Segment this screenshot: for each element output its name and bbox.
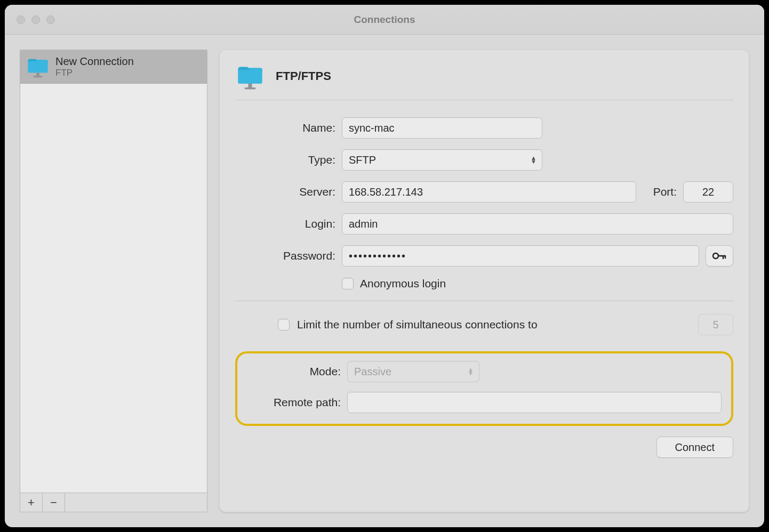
section-divider: [235, 301, 733, 301]
svg-rect-4: [249, 84, 252, 87]
svg-rect-2: [33, 76, 42, 77]
network-folder-icon: [235, 61, 265, 91]
login-label: Login:: [235, 217, 335, 230]
anonymous-login-label: Anonymous login: [360, 277, 446, 290]
select-arrows-icon: ▲▼: [468, 368, 474, 375]
minimize-window-icon[interactable]: [31, 15, 40, 24]
password-input[interactable]: [342, 245, 699, 267]
connection-list-item[interactable]: New Connection FTP: [20, 50, 207, 84]
svg-rect-1: [36, 73, 39, 76]
connection-form: Name: Type: SFTP ▲▼ Server:: [235, 100, 733, 458]
sidebar-toolbar: + −: [20, 493, 207, 512]
limit-connections-value: 5: [698, 314, 733, 335]
close-window-icon[interactable]: [17, 15, 25, 24]
highlighted-section: Mode: Passive ▲▼ Remote path:: [235, 351, 733, 426]
server-label: Server:: [235, 186, 335, 198]
connection-item-subtitle: FTP: [55, 68, 134, 78]
anonymous-login-checkbox[interactable]: [342, 278, 354, 289]
login-input[interactable]: [342, 213, 733, 235]
window-title: Connections: [354, 14, 415, 26]
mode-select-value: Passive: [354, 366, 391, 378]
remote-path-input[interactable]: [347, 392, 722, 413]
svg-rect-0: [28, 60, 47, 72]
name-label: Name:: [235, 122, 335, 134]
network-folder-icon: [26, 54, 50, 79]
svg-rect-3: [238, 68, 262, 84]
svg-point-6: [713, 253, 718, 259]
minus-icon: −: [50, 496, 57, 510]
key-options-button[interactable]: [706, 245, 733, 267]
mode-select: Passive ▲▼: [347, 361, 479, 382]
type-select-value: SFTP: [349, 154, 376, 166]
svg-rect-5: [245, 87, 256, 90]
key-icon: [712, 251, 726, 261]
traffic-lights: [17, 15, 55, 24]
panel-header: FTP/FTPS: [235, 61, 733, 100]
connections-list: New Connection FTP: [20, 50, 207, 493]
connect-button[interactable]: Connect: [656, 437, 734, 458]
connection-item-title: New Connection: [55, 55, 134, 68]
select-arrows-icon: ▲▼: [531, 156, 536, 164]
port-input[interactable]: [683, 181, 733, 203]
remove-connection-button[interactable]: −: [43, 493, 65, 512]
type-label: Type:: [235, 154, 335, 166]
mode-label: Mode:: [241, 365, 341, 378]
name-input[interactable]: [342, 117, 542, 139]
remote-path-label: Remote path:: [241, 396, 341, 409]
content: New Connection FTP + −: [5, 35, 764, 527]
titlebar: Connections: [5, 5, 764, 35]
plus-icon: +: [28, 496, 35, 510]
password-label: Password:: [235, 249, 335, 262]
connection-details-panel: FTP/FTPS Name: Type: SFTP ▲▼: [219, 50, 749, 512]
limit-connections-label: Limit the number of simultaneous connect…: [297, 318, 538, 331]
limit-connections-checkbox[interactable]: [278, 319, 290, 331]
add-connection-button[interactable]: +: [20, 493, 43, 512]
connections-sidebar: New Connection FTP + −: [20, 50, 207, 512]
panel-title: FTP/FTPS: [276, 69, 331, 83]
zoom-window-icon[interactable]: [46, 15, 55, 24]
type-select[interactable]: SFTP ▲▼: [342, 149, 542, 171]
server-input[interactable]: [342, 181, 636, 203]
port-label: Port:: [653, 186, 677, 198]
connections-window: Connections New Connection: [5, 5, 764, 527]
